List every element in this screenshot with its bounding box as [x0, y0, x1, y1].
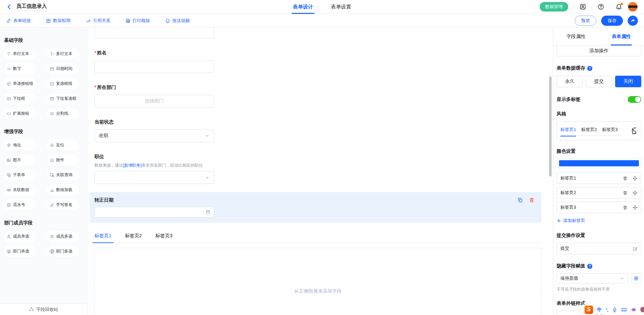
field-name[interactable]: *姓名	[94, 49, 541, 73]
style-preview-tab-1[interactable]: 标签页1	[560, 127, 576, 136]
style-preview-tab-2[interactable]: 标签页2	[581, 127, 597, 136]
microphone-icon[interactable]	[612, 307, 617, 313]
ime-language-toggle[interactable]: 中	[597, 307, 602, 313]
help-icon[interactable]	[597, 3, 604, 10]
share-button[interactable]	[628, 16, 638, 26]
canvas-tab-1[interactable]: 标签页1	[94, 233, 111, 243]
trash-icon[interactable]	[623, 205, 628, 210]
color-picker[interactable]	[557, 159, 641, 168]
help-circle-icon[interactable]: ?	[587, 264, 592, 269]
hidden-field-select[interactable]: 保持原值	[557, 273, 628, 283]
field-chip-checkbox-group[interactable]: 复选框组	[47, 78, 79, 89]
mouse-cursor-icon	[630, 126, 638, 135]
field-chip-dept-single[interactable]: 部门单选	[3, 246, 36, 257]
field-status[interactable]: 当前状态 在职	[94, 118, 541, 142]
field-date-input[interactable]	[94, 207, 214, 218]
field-chip-multi-select[interactable]: 下拉复选框	[47, 93, 79, 104]
ime-punctuation-toggle[interactable]: °,	[606, 307, 608, 312]
cache-option-永久[interactable]: 永久	[557, 76, 583, 87]
submit-setting-input[interactable]: 提交	[557, 243, 641, 254]
multi-tab-toggle[interactable]	[628, 96, 641, 103]
field-chip-signature[interactable]: 手写签名	[47, 199, 79, 210]
sogou-logo-icon[interactable]: S	[585, 305, 593, 314]
field-chip-serial-number[interactable]: 流水号	[3, 199, 36, 210]
toolbar-link-link[interactable]: 表单链接	[6, 18, 31, 24]
toolbar-link-reference[interactable]: 引用关系	[86, 18, 110, 24]
divider	[592, 4, 592, 10]
data-manage-button[interactable]: 数据管理	[540, 2, 568, 12]
back-icon[interactable]	[6, 4, 12, 10]
scrollbar-thumb[interactable]	[549, 76, 552, 177]
canvas-tab-3[interactable]: 标签页3	[156, 233, 173, 243]
field-chip-divider[interactable]: 分割线	[47, 108, 79, 119]
field-chip-select[interactable]: 下拉框	[3, 93, 36, 104]
cache-option-关闭[interactable]: 关闭	[615, 76, 641, 87]
style-preview-tab-3[interactable]: 标签页3	[602, 127, 617, 136]
field-chip-member-multi[interactable]: 成员多选	[47, 231, 79, 242]
field-chip-data-load[interactable]: 数据加载	[47, 184, 79, 196]
preview-button[interactable]: 预览	[575, 16, 596, 26]
move-handle-icon[interactable]	[632, 205, 638, 210]
move-handle-icon[interactable]	[632, 176, 638, 181]
field-chip-text-multi[interactable]: 多行文本	[47, 48, 79, 59]
move-handle-icon[interactable]	[632, 190, 638, 196]
field-chip-location[interactable]: 定位	[47, 140, 79, 151]
ime-skin-icon[interactable]	[631, 307, 637, 313]
tab-form-properties[interactable]: 表单属性	[599, 28, 644, 45]
tab-page-row-3: 标签页3	[557, 202, 641, 213]
tab-page-list: 标签页1标签页2标签页3	[557, 172, 641, 213]
toolbar-link-printer[interactable]: 打印模版	[125, 18, 150, 24]
field-chip-text-single[interactable]: 单行文本	[3, 48, 36, 59]
field-chip-radio-group[interactable]: 单选按钮组	[3, 78, 36, 89]
keyboard-icon[interactable]	[621, 307, 627, 313]
page-title[interactable]: 员工信息录入	[16, 3, 47, 11]
avatar[interactable]	[628, 2, 638, 12]
field-chip-linked-query[interactable]: 关联查询	[47, 169, 79, 181]
notification-bell-icon[interactable]	[615, 3, 622, 10]
field-status-select[interactable]: 在职	[94, 129, 214, 142]
toolbar-link-bell[interactable]: 推送提醒	[165, 18, 190, 24]
field-chip-address[interactable]: 地址	[3, 140, 36, 151]
edit-icon[interactable]	[632, 246, 638, 251]
selected-field-regular-date[interactable]: 转正日期	[90, 192, 541, 223]
field-chip-number[interactable]: 123数字	[3, 63, 36, 74]
field-chip-expand-button[interactable]: 扩展按钮	[3, 108, 36, 119]
tab-form-settings[interactable]: 表单设置	[331, 0, 351, 14]
save-button[interactable]: 保存	[601, 16, 623, 26]
chevron-down-icon	[205, 133, 210, 138]
copy-field-icon[interactable]	[517, 197, 523, 203]
recycle-label: 字段回收站	[36, 307, 58, 313]
field-chip-member-single[interactable]: 成员单选	[3, 231, 36, 242]
field-chip-attachment[interactable]: 附件	[47, 154, 79, 166]
canvas-tab-2[interactable]: 标签页2	[125, 233, 142, 243]
field-chip-dept-multi[interactable]: 部门多选	[47, 246, 79, 257]
field-position[interactable]: 职位 数据来源：通过[新增职务]表单所在部门，联动出相应的职位	[94, 153, 541, 184]
field-palette-sidebar: 基础字段单行文本多行文本123数字日期时间单选按钮组复选框组下拉框下拉复选框扩展…	[0, 28, 87, 315]
ime-clipped-icon[interactable]	[640, 307, 644, 312]
field-chip-image[interactable]: 图片	[3, 154, 36, 166]
help-circle-icon[interactable]: ?	[587, 66, 592, 71]
tab-field-properties[interactable]: 字段属性	[553, 28, 599, 45]
field-recycle-bin[interactable]: 字段回收站	[0, 303, 87, 315]
field-chip-linked-data[interactable]: 关联数据	[3, 184, 36, 196]
trash-icon[interactable]	[623, 190, 628, 196]
field-department[interactable]: *所在部门 选择部门	[94, 84, 541, 108]
trash-icon[interactable]	[623, 176, 628, 181]
add-tab-page-link[interactable]: 添加标签页	[557, 218, 641, 224]
field-department-picker[interactable]: 选择部门	[94, 95, 214, 108]
tab-form-design[interactable]: 表单设计	[293, 0, 313, 14]
hidden-field-settings-button[interactable]	[631, 273, 641, 283]
toolbar-link-grid[interactable]: 数据权限	[46, 18, 71, 24]
contacts-icon[interactable]	[579, 3, 586, 10]
dept-single-icon	[6, 249, 11, 254]
add-action-button[interactable]: 添加操作	[557, 46, 641, 56]
field-position-select[interactable]	[94, 171, 214, 184]
clipped-field-input[interactable]	[94, 28, 214, 38]
delete-field-icon[interactable]	[529, 197, 535, 203]
position-source-link[interactable]: [新增职务]	[123, 163, 142, 168]
field-chip-subform[interactable]: 子表单	[3, 169, 36, 181]
cache-option-提交[interactable]: 提交	[586, 76, 612, 87]
field-chip-datetime[interactable]: 日期时间	[47, 63, 79, 74]
drop-zone[interactable]: 从左侧拖拽来添加字段	[94, 248, 541, 315]
field-name-input[interactable]	[94, 60, 214, 73]
